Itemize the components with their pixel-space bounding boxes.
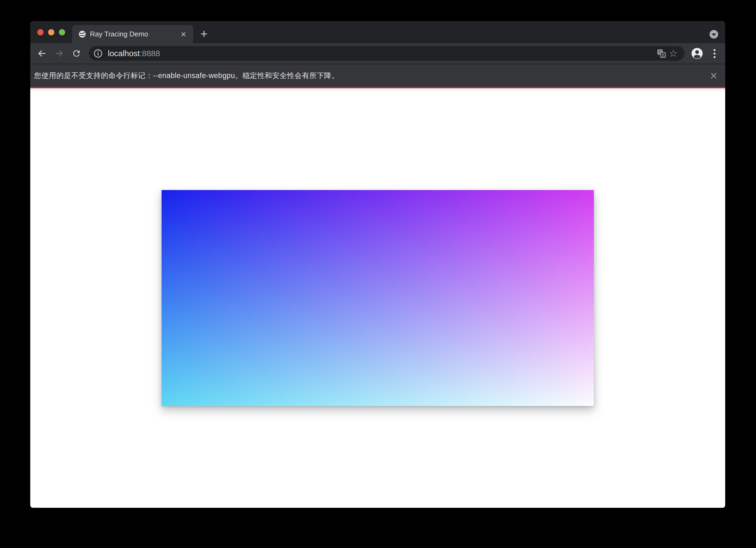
webgpu-canvas [162,190,594,406]
zoom-window-button[interactable] [59,29,65,35]
infobar-close-icon[interactable] [707,69,720,82]
back-button[interactable] [34,46,49,61]
forward-button[interactable] [52,46,67,61]
new-tab-button[interactable]: + [197,27,211,41]
url-address-bar[interactable]: localhost:8888 G 文 ☆ [89,46,685,61]
url-host: localhost [108,49,140,58]
chevron-down-icon [712,33,716,36]
browser-menu-icon[interactable] [709,46,720,61]
unsafe-flag-infobar: 您使用的是不受支持的命令行标记：--enable-unsafe-webgpu。稳… [30,64,725,87]
tab-strip: Ray Tracing Demo + [30,21,725,43]
tab-close-icon[interactable] [178,29,189,40]
browser-window: Ray Tracing Demo + [30,21,725,508]
url-port: :8888 [140,49,160,58]
reload-button[interactable] [69,46,84,61]
close-window-button[interactable] [37,29,44,35]
tab-title: Ray Tracing Demo [90,30,178,38]
globe-favicon-icon [79,31,86,38]
traffic-lights [37,29,65,35]
browser-toolbar: localhost:8888 G 文 ☆ [30,43,725,64]
tab-search-button[interactable] [710,30,718,39]
infobar-message: 您使用的是不受支持的命令行标记：--enable-unsafe-webgpu。稳… [34,71,339,80]
minimize-window-button[interactable] [48,29,54,35]
canvas-gradient-top-layer [162,190,594,406]
profile-avatar-icon[interactable] [691,48,703,59]
site-info-icon[interactable] [93,49,103,58]
bookmark-star-icon[interactable]: ☆ [667,48,679,59]
page-content [30,88,725,508]
svg-text:文: 文 [661,53,665,57]
translate-icon[interactable]: G 文 [655,48,667,59]
url-text: localhost:8888 [108,49,160,58]
tab-ray-tracing-demo[interactable]: Ray Tracing Demo [72,25,193,43]
